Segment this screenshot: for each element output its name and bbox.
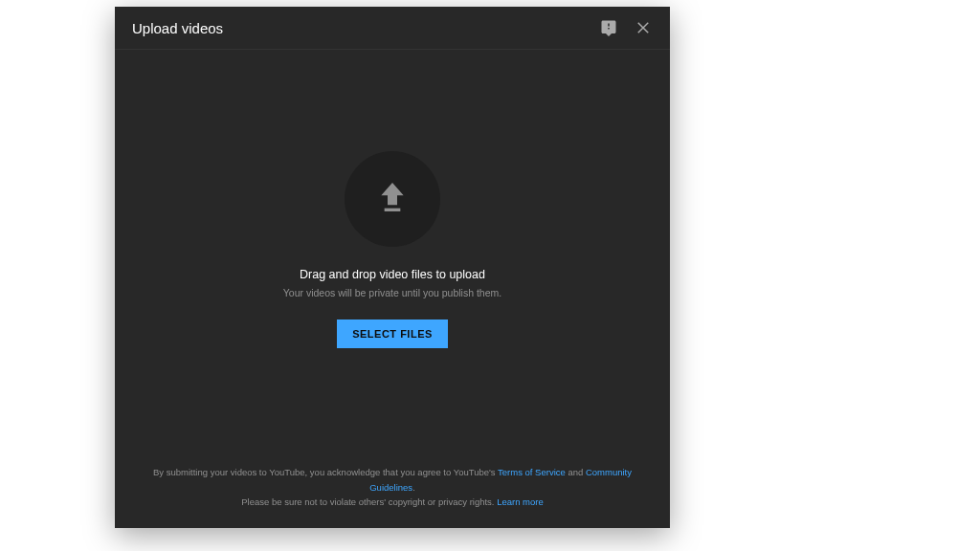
footer-text: Please be sure not to violate others' co…	[241, 496, 497, 507]
feedback-icon[interactable]	[599, 18, 618, 37]
footer-text: .	[412, 482, 415, 493]
footer-text: and	[566, 467, 586, 477]
footer-line-1: By submitting your videos to YouTube, yo…	[138, 465, 647, 494]
upload-dropzone[interactable]	[345, 151, 440, 247]
dialog-header: Upload videos	[115, 7, 670, 50]
upload-secondary-text: Your videos will be private until you pu…	[283, 287, 501, 298]
close-icon[interactable]	[634, 18, 653, 37]
learn-more-link[interactable]: Learn more	[497, 496, 544, 507]
dialog-footer: By submitting your videos to YouTube, yo…	[115, 450, 670, 528]
header-actions	[599, 18, 653, 37]
upload-primary-text: Drag and drop video files to upload	[300, 268, 485, 281]
upload-arrow-icon	[373, 178, 412, 220]
terms-of-service-link[interactable]: Terms of Service	[498, 467, 566, 477]
footer-line-2: Please be sure not to violate others' co…	[138, 495, 647, 509]
select-files-button[interactable]: SELECT FILES	[337, 320, 448, 348]
dialog-title: Upload videos	[132, 20, 223, 36]
svg-rect-2	[385, 209, 401, 211]
upload-videos-dialog: Upload videos Drag	[115, 7, 670, 528]
footer-text: By submitting your videos to YouTube, yo…	[153, 467, 498, 477]
dialog-body: Drag and drop video files to upload Your…	[115, 50, 670, 450]
